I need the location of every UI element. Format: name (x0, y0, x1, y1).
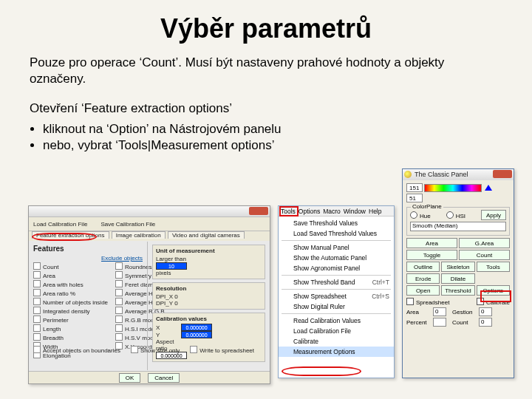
chk-length[interactable]: Length (33, 324, 108, 332)
area-label: Area (406, 309, 432, 316)
chk-calibrate[interactable]: Calibrate (477, 298, 510, 306)
menu-separator (282, 240, 391, 241)
dpi-x-label: DPI_X 0 (156, 293, 262, 300)
tab-feature-extraction[interactable]: Feature extraction options (32, 231, 109, 239)
options-button[interactable]: Options (477, 285, 510, 296)
chk-breadth[interactable]: Breadth (33, 333, 108, 341)
outline-button[interactable]: Outline (406, 262, 440, 272)
radio-hue[interactable]: Hue (410, 211, 431, 219)
open-button[interactable]: Open (406, 285, 440, 296)
save-calibration-button[interactable]: Save Calibration File (100, 221, 155, 228)
mi-show-threshold-band[interactable]: Show Threshold BandCtrl+T (279, 277, 394, 287)
colorplane-title: ColorPlane (411, 203, 443, 210)
chk-count[interactable]: Count (33, 262, 108, 270)
calibration-values-group: Calibration values X0.000000 Y0.000000 A… (152, 313, 265, 362)
dpi-y-label: DPI_Y 0 (156, 300, 262, 307)
erode-button[interactable]: Erode (406, 273, 440, 284)
skeleton-button[interactable]: Skeleton (441, 262, 474, 272)
area-field[interactable]: 0 (433, 307, 446, 316)
tab-image-calibration[interactable]: Image calibration (112, 231, 166, 239)
load-calibration-button[interactable]: Load Calibration File (33, 221, 87, 228)
body-text: Pouze pro operace ‘Count’. Musí být nast… (0, 55, 532, 154)
chk-area-ratio[interactable]: Area ratio % (33, 289, 108, 297)
paragraph-2: Otevření ‘Feature extraction options’ (30, 100, 502, 117)
tab-video-cameras[interactable]: Video and digital cameras (168, 231, 245, 239)
close-icon[interactable] (493, 170, 512, 178)
mi-measurement-options[interactable]: Measurement Options (279, 347, 394, 357)
calib-x-input[interactable]: 0.000000 (181, 324, 212, 331)
tools-button[interactable]: Tools (477, 262, 510, 272)
larger-than-input[interactable]: 10 (156, 262, 187, 270)
chk-area-holes[interactable]: Area with holes (33, 280, 108, 288)
mi-load-calibration-file[interactable]: Load Calibration File (279, 326, 394, 336)
count-field[interactable]: 0 (479, 318, 492, 327)
hue-bar[interactable] (424, 184, 482, 192)
resolution-group: Resolution DPI_X 0 DPI_Y 0 (152, 282, 265, 310)
apply-button[interactable]: Apply (481, 210, 506, 220)
gestion-field[interactable]: 0 (479, 307, 492, 316)
toggle-button[interactable]: Toggle (406, 250, 457, 260)
mi-show-manual-panel[interactable]: Show Manual Panel (279, 242, 394, 253)
classic-panel-title: The Classic Panel (415, 171, 468, 178)
dilate-button[interactable]: Dilate (441, 273, 474, 284)
hue-start-stepper[interactable]: 151 (406, 183, 423, 192)
unit-of-measurement-group: Unit of measurement Larger than 10 pixel… (152, 245, 265, 279)
chk-show-size-only[interactable]: Show size only (131, 346, 180, 354)
features-heading: Features (33, 245, 143, 253)
dialog-tabbar: Feature extraction options Image calibra… (29, 231, 270, 241)
highlight-oval-measurement-options (282, 366, 361, 376)
gestion-label: Gestion (452, 309, 477, 316)
chk-accept-boundaries[interactable]: Accept objects on boundaries (33, 346, 120, 354)
radio-hsi[interactable]: HSI (446, 211, 466, 219)
chk-objects-inside[interactable]: Number of objects inside (33, 298, 108, 306)
mi-show-digital-ruler[interactable]: Show Digital Ruler (279, 301, 394, 312)
classic-panel-window: The Classic Panel 151 51 ColorPlane Hue … (402, 168, 514, 378)
menu-macro[interactable]: Macro (323, 208, 341, 215)
smooth-select[interactable]: Smooth (Median) (410, 222, 506, 231)
menubar: Tools Options Macro Window Help (279, 206, 394, 216)
chk-perimeter[interactable]: Perimeter (33, 316, 108, 324)
mi-load-threshold[interactable]: Load Saved Threshold Values (279, 228, 394, 239)
exclude-objects-link[interactable]: Exclude objects (101, 255, 143, 262)
mi-calibrate[interactable]: Calibrate (279, 336, 394, 347)
measurement-options-dialog: Load Calibration File Save Calibration F… (28, 205, 270, 384)
dialog-titlebar (29, 206, 270, 217)
close-icon[interactable] (249, 207, 268, 215)
page-title: Výběr parametrů (0, 13, 532, 44)
app-icon (404, 171, 412, 178)
percent-field[interactable] (433, 318, 446, 327)
mi-show-spreadsheet[interactable]: Show SpreadsheetCtrl+S (279, 291, 394, 301)
menu-tools[interactable]: Tools (281, 208, 296, 215)
ok-button[interactable]: OK (119, 373, 141, 383)
dialog-toolbar: Load Calibration File Save Calibration F… (29, 217, 270, 231)
count-button[interactable]: Count (459, 250, 510, 260)
hue-end-stepper[interactable]: 51 (406, 194, 423, 202)
percent-label: Percent (406, 319, 432, 326)
chk-int-density[interactable]: Integrated density (33, 307, 108, 315)
classic-panel-titlebar: The Classic Panel (403, 169, 514, 180)
resolution-title: Resolution (156, 285, 262, 292)
mi-read-calibration[interactable]: Read Calibration Values (279, 316, 394, 326)
threshold-button[interactable]: Threshold (441, 285, 474, 296)
chk-area[interactable]: Area (33, 271, 108, 279)
cancel-button[interactable]: Cancel (148, 373, 180, 383)
chk-write-spreadsheet[interactable]: Write to spreadsheet (190, 346, 254, 354)
calib-y-input[interactable]: 0.000000 (181, 331, 212, 338)
menu-separator (282, 313, 391, 314)
garea-button[interactable]: G.Area (459, 238, 510, 248)
unit-title: Unit of measurement (156, 248, 262, 254)
pixels-label: pixels (156, 270, 262, 276)
marker-icon (485, 185, 492, 191)
menu-window[interactable]: Window (344, 208, 366, 215)
bullet-2: nebo, vybrat ‘Tools|Measurement options’ (43, 137, 502, 154)
mi-show-automatic-panel[interactable]: Show the Automatic Panel (279, 253, 394, 263)
larger-than-label: Larger than (156, 256, 186, 262)
chk-spreadsheet[interactable]: Spreadsheet (406, 298, 449, 306)
area-button[interactable]: Area (406, 238, 457, 248)
menu-help[interactable]: Help (369, 208, 381, 215)
mi-show-agronomist-panel[interactable]: Show Agronomist Panel (279, 263, 394, 273)
menu-options[interactable]: Options (299, 208, 320, 215)
calibration-title: Calibration values (156, 316, 262, 322)
bullet-1: kliknout na ‘Option’ na Nástrojovém pane… (43, 121, 502, 137)
mi-save-threshold[interactable]: Save Threshold Values (279, 218, 394, 228)
